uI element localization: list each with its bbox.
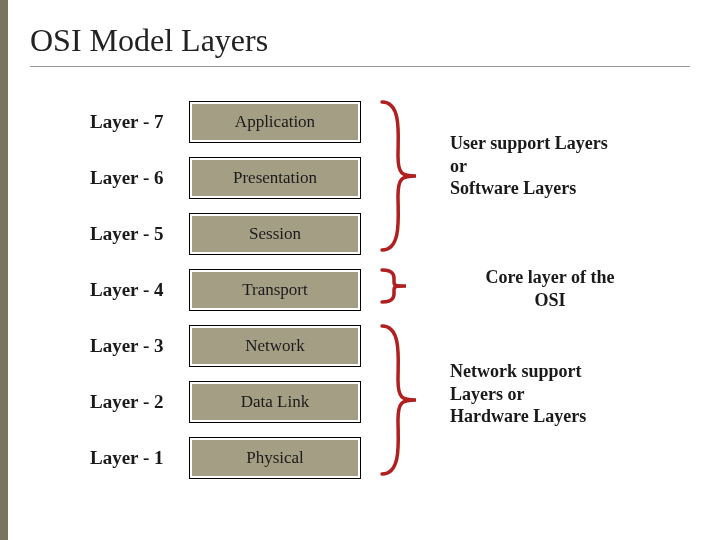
layer-row-5: Layer - 5 Session bbox=[90, 208, 380, 260]
annotation-core-line1: Core layer of the bbox=[450, 266, 650, 289]
layer-box-transport: Transport bbox=[190, 270, 360, 310]
layer-number-1: Layer - 1 bbox=[90, 447, 190, 469]
title-underline bbox=[30, 66, 690, 67]
annotation-core: Core layer of the OSI bbox=[450, 266, 650, 311]
accent-strip bbox=[0, 0, 8, 540]
layer-row-4: Layer - 4 Transport bbox=[90, 264, 380, 316]
layer-number-2: Layer - 2 bbox=[90, 391, 190, 413]
layer-box-network: Network bbox=[190, 326, 360, 366]
annotation-core-line2: OSI bbox=[450, 289, 650, 312]
layer-number-7: Layer - 7 bbox=[90, 111, 190, 133]
layer-row-7: Layer - 7 Application bbox=[90, 96, 380, 148]
bracket-lower-icon bbox=[372, 320, 432, 480]
layer-number-4: Layer - 4 bbox=[90, 279, 190, 301]
annotation-upper-line1: User support Layers bbox=[450, 132, 680, 155]
annotation-lower-line1: Network support bbox=[450, 360, 680, 383]
layer-row-6: Layer - 6 Presentation bbox=[90, 152, 380, 204]
annotation-upper: User support Layers or Software Layers bbox=[450, 132, 680, 200]
annotation-upper-line3: Software Layers bbox=[450, 177, 680, 200]
annotation-lower-line3: Hardware Layers bbox=[450, 405, 680, 428]
annotation-upper-line2: or bbox=[450, 155, 680, 178]
layer-row-2: Layer - 2 Data Link bbox=[90, 376, 380, 428]
layer-number-3: Layer - 3 bbox=[90, 335, 190, 357]
page-title: OSI Model Layers bbox=[30, 22, 268, 59]
layer-number-5: Layer - 5 bbox=[90, 223, 190, 245]
layer-box-physical: Physical bbox=[190, 438, 360, 478]
bracket-upper-icon bbox=[372, 96, 432, 256]
layer-number-6: Layer - 6 bbox=[90, 167, 190, 189]
layer-box-session: Session bbox=[190, 214, 360, 254]
annotation-lower-line2: Layers or bbox=[450, 383, 680, 406]
layer-row-3: Layer - 3 Network bbox=[90, 320, 380, 372]
annotation-lower: Network support Layers or Hardware Layer… bbox=[450, 360, 680, 428]
layer-box-application: Application bbox=[190, 102, 360, 142]
layer-row-1: Layer - 1 Physical bbox=[90, 432, 380, 484]
bracket-core-icon bbox=[372, 266, 432, 306]
osi-layer-stack: Layer - 7 Application Layer - 6 Presenta… bbox=[90, 96, 380, 488]
layer-box-data-link: Data Link bbox=[190, 382, 360, 422]
layer-box-presentation: Presentation bbox=[190, 158, 360, 198]
